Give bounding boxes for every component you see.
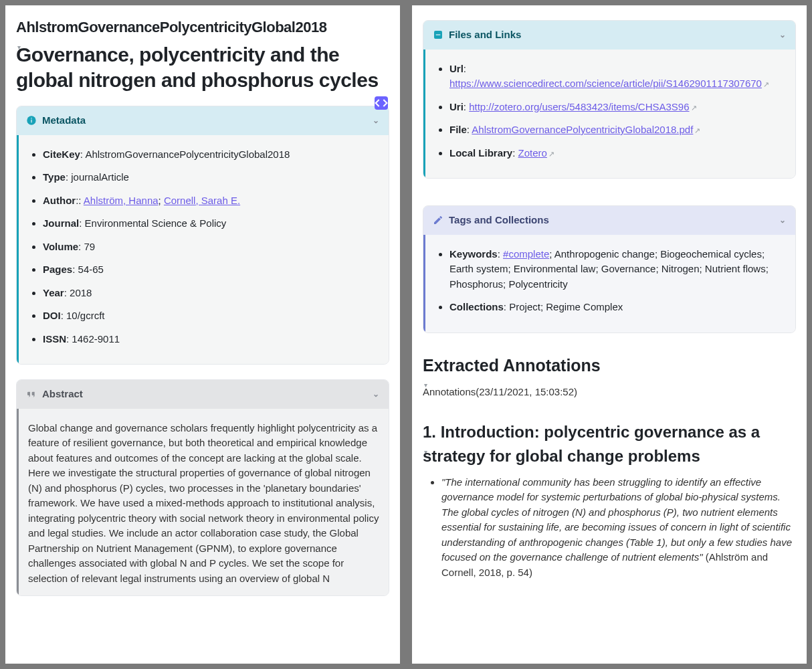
abstract-callout: Abstract ⌄ Global change and governance … (16, 379, 389, 596)
annotations-timestamp: Annotations(23/11/2021, 15:03:52) (423, 385, 796, 400)
svg-rect-1 (31, 120, 31, 123)
collections-row: Collections: Project; Regime Complex (449, 300, 786, 315)
extracted-annotations-heading: Extracted Annotations (423, 353, 796, 379)
keywords-row: Keywords: #complete; Anthropogenic chang… (449, 247, 786, 292)
section-1-heading: 1. Introduction: polycentric governance … (423, 420, 796, 468)
files-local: Local Library: Zotero↗ (449, 146, 786, 161)
chevron-down-icon: ⌄ (373, 114, 379, 126)
note-title: Governance, polycentricity and the globa… (16, 42, 389, 92)
meta-author: Author:: Ahlström, Hanna; Cornell, Sarah… (43, 193, 379, 209)
abstract-header[interactable]: Abstract ⌄ (17, 380, 389, 409)
source-mode-badge[interactable] (375, 96, 388, 110)
page-right: Files and Links ⌄ Url: https://www.scien… (412, 5, 807, 664)
quote-icon (26, 389, 37, 399)
citekey-filename: AhlstromGovernancePolycentricityGlobal20… (16, 16, 389, 38)
author-link-1[interactable]: Cornell, Sarah E. (164, 195, 240, 206)
chevron-down-icon: ⌄ (373, 388, 379, 400)
svg-rect-2 (31, 118, 31, 118)
minus-square-icon (433, 29, 443, 40)
fold-caret-icon[interactable]: ▾ (17, 42, 21, 52)
meta-citekey: CiteKey: AhlstromGovernancePolycentricit… (43, 147, 379, 163)
files-file: File: AhlstromGovernancePolycentricityGl… (449, 122, 786, 138)
metadata-list: CiteKey: AhlstromGovernancePolycentricit… (28, 147, 379, 347)
chevron-down-icon: ⌄ (779, 214, 786, 226)
meta-volume: Volume: 79 (43, 240, 379, 255)
local-library-link[interactable]: Zotero (518, 147, 547, 159)
meta-pages: Pages: 54-65 (43, 262, 379, 278)
external-link-icon: ↗ (763, 80, 769, 88)
files-list: Url: https://www.sciencedirect.com/scien… (435, 62, 786, 161)
annotation-quote-block: "The international community has been st… (423, 475, 796, 581)
external-link-icon: ↗ (548, 150, 554, 158)
svg-rect-4 (436, 35, 441, 35)
info-icon (26, 115, 37, 126)
abstract-title: Abstract (42, 387, 83, 402)
keyword-tag-link[interactable]: #complete (503, 248, 549, 260)
page-left: AhlstromGovernancePolycentricityGlobal20… (5, 5, 400, 664)
meta-issn: ISSN: 1462-9011 (43, 332, 379, 347)
file-link[interactable]: AhlstromGovernancePolycentricityGlobal20… (472, 124, 693, 135)
annotation-quote: "The international community has been st… (441, 475, 796, 581)
tags-title: Tags and Collections (449, 213, 549, 228)
meta-year: Year: 2018 (43, 286, 379, 301)
uri-link[interactable]: http://zotero.org/users/5483423/items/CH… (469, 101, 689, 112)
files-url: Url: https://www.sciencedirect.com/scien… (449, 62, 786, 92)
pencil-icon (433, 215, 443, 225)
author-link-0[interactable]: Ahlström, Hanna (84, 195, 159, 206)
fold-caret-icon[interactable]: ▾ (424, 380, 427, 390)
files-title: Files and Links (449, 27, 521, 43)
meta-doi: DOI: 10/gcrcft (43, 308, 379, 324)
tags-list: Keywords: #complete; Anthropogenic chang… (435, 247, 786, 315)
metadata-header[interactable]: Metadata ⌄ (17, 106, 389, 135)
tags-header[interactable]: Tags and Collections ⌄ (423, 206, 795, 235)
files-uri: Uri: http://zotero.org/users/5483423/ite… (449, 100, 786, 115)
meta-type: Type: journalArticle (43, 170, 379, 185)
abstract-text: Global change and governance scholars fr… (28, 421, 379, 587)
files-callout: Files and Links ⌄ Url: https://www.scien… (423, 20, 796, 179)
tags-callout: Tags and Collections ⌄ Keywords: #comple… (423, 205, 796, 333)
files-header[interactable]: Files and Links ⌄ (423, 21, 795, 50)
metadata-title: Metadata (42, 113, 86, 128)
meta-journal: Journal: Environmental Science & Policy (43, 216, 379, 231)
url-link[interactable]: https://www.sciencedirect.com/science/ar… (449, 78, 762, 89)
metadata-callout: Metadata ⌄ CiteKey: AhlstromGovernancePo… (16, 106, 389, 365)
external-link-icon: ↗ (691, 104, 697, 112)
external-link-icon: ↗ (694, 126, 700, 134)
chevron-down-icon: ⌄ (779, 29, 786, 41)
